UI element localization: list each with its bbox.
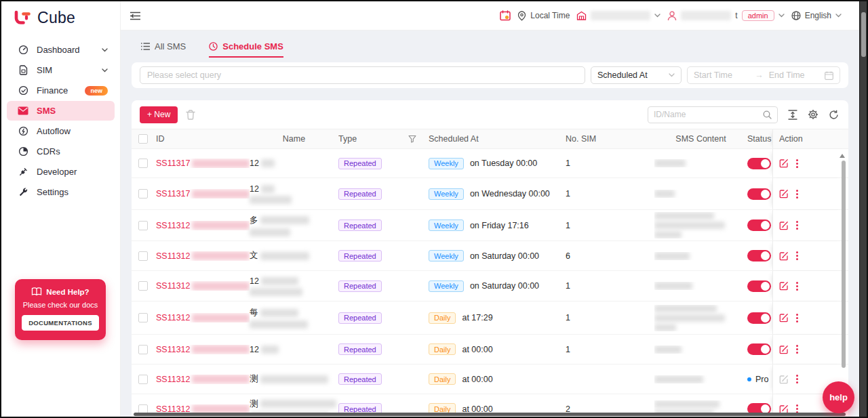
col-header-id[interactable]: ID xyxy=(156,134,250,144)
sidebar-item-settings[interactable]: Settings xyxy=(7,182,115,202)
more-actions-icon[interactable] xyxy=(796,345,798,354)
col-header-sms-content[interactable]: SMS Content xyxy=(654,134,747,144)
sidebar-item-sim[interactable]: SIM xyxy=(7,60,115,80)
table-row: SS11312多RepeatedWeeklyon Friday 17:161 xyxy=(132,210,848,241)
status-toggle-on[interactable] xyxy=(747,220,771,231)
window-scrollbar[interactable] xyxy=(859,1,867,417)
row-checkbox[interactable] xyxy=(138,159,148,168)
schedule-sms-table-card: + New xyxy=(132,100,848,417)
select-all-checkbox[interactable] xyxy=(138,134,148,144)
language-dropdown[interactable]: English xyxy=(791,11,842,20)
sidebar-item-cdrs[interactable]: CDRs xyxy=(7,142,115,161)
status-toggle-on[interactable] xyxy=(747,343,771,355)
edit-icon[interactable] xyxy=(779,281,789,291)
status-toggle-on[interactable] xyxy=(747,280,771,292)
row-id-link[interactable]: SS11312 xyxy=(156,221,191,230)
new-button[interactable]: + New xyxy=(140,106,178,123)
sidebar-item-developer[interactable]: Developer xyxy=(7,162,115,182)
status-toggle-on[interactable] xyxy=(747,188,771,200)
sidebar-collapse-icon[interactable] xyxy=(130,12,140,20)
query-select-input[interactable] xyxy=(140,66,585,84)
more-actions-icon[interactable] xyxy=(796,221,798,230)
more-actions-icon[interactable] xyxy=(796,314,798,322)
calendar-icon xyxy=(825,71,833,80)
row-checkbox[interactable] xyxy=(138,251,148,261)
edit-icon[interactable] xyxy=(779,313,789,322)
id-name-search-input[interactable] xyxy=(654,110,763,119)
schedule-time-text: at 00:00 xyxy=(462,345,492,354)
row-density-icon[interactable] xyxy=(788,110,797,120)
edit-icon[interactable] xyxy=(779,189,789,198)
calendar-check-icon[interactable] xyxy=(500,10,511,21)
sms-content-redacted xyxy=(654,375,747,383)
edit-icon[interactable] xyxy=(779,404,789,414)
more-actions-icon[interactable] xyxy=(796,375,798,383)
status-toggle-on[interactable] xyxy=(747,250,771,262)
row-id-link[interactable]: SS11317 xyxy=(156,159,191,168)
type-badge: Repeated xyxy=(338,373,382,385)
status-toggle-on[interactable] xyxy=(747,312,771,324)
scheduled-at-select[interactable]: Scheduled At xyxy=(591,66,682,84)
refresh-icon[interactable] xyxy=(829,110,839,120)
tab-schedule-sms[interactable]: Schedule SMS xyxy=(209,41,283,58)
column-settings-gear-icon[interactable] xyxy=(808,109,818,120)
id-redacted xyxy=(192,314,250,322)
row-checkbox[interactable] xyxy=(138,345,148,354)
topbar: Local Time t admin xyxy=(121,1,859,30)
location-pin-icon xyxy=(517,11,526,21)
col-header-scheduled-at[interactable]: Scheduled At xyxy=(429,134,566,144)
row-id-link[interactable]: SS11312 xyxy=(156,251,191,261)
row-actions xyxy=(772,241,848,270)
status-toggle-on[interactable] xyxy=(747,158,771,169)
row-id-link[interactable]: SS11312 xyxy=(156,345,191,354)
row-id-link[interactable]: SS11312 xyxy=(156,375,191,384)
local-time-indicator[interactable]: Local Time xyxy=(517,11,570,21)
documentations-button[interactable]: DOCUMENTATIONS xyxy=(22,315,99,331)
edit-icon[interactable] xyxy=(779,345,789,354)
row-checkbox[interactable] xyxy=(138,281,148,291)
row-checkbox[interactable] xyxy=(138,404,148,414)
row-id-link[interactable]: SS11312 xyxy=(156,404,191,414)
col-header-name[interactable]: Name xyxy=(250,134,338,144)
row-name: 12 xyxy=(250,345,259,354)
row-checkbox[interactable] xyxy=(138,375,148,384)
col-header-action[interactable]: Action xyxy=(772,129,848,148)
row-checkbox[interactable] xyxy=(138,221,148,230)
new-badge: new xyxy=(85,86,108,96)
more-actions-icon[interactable] xyxy=(796,251,798,260)
sidebar-item-finance[interactable]: Finance new xyxy=(7,81,115,100)
more-actions-icon[interactable] xyxy=(796,190,798,198)
sidebar-item-sms[interactable]: SMS xyxy=(7,101,115,121)
edit-icon[interactable] xyxy=(779,221,789,230)
sidebar-item-dashboard[interactable]: Dashboard xyxy=(7,40,115,60)
organization-dropdown[interactable] xyxy=(576,11,660,20)
col-header-type[interactable]: Type xyxy=(338,134,429,144)
more-actions-icon[interactable] xyxy=(796,282,798,291)
edit-icon[interactable] xyxy=(779,375,789,384)
table-horizontal-scrollbar[interactable] xyxy=(134,413,846,416)
more-actions-icon[interactable] xyxy=(796,159,798,168)
row-actions xyxy=(772,149,848,177)
tab-all-sms[interactable]: All SMS xyxy=(141,41,186,58)
row-checkbox[interactable] xyxy=(138,313,148,322)
row-id-link[interactable]: SS11312 xyxy=(156,313,191,322)
brand-logo[interactable]: Cube xyxy=(1,1,120,34)
help-fab-button[interactable]: help xyxy=(823,381,854,413)
table-vertical-scrollbar[interactable] xyxy=(842,161,846,368)
delete-icon[interactable] xyxy=(186,110,195,120)
user-dropdown[interactable]: t admin xyxy=(667,10,784,21)
row-id-link[interactable]: SS11317 xyxy=(156,189,191,198)
table-scroll-up-arrow[interactable] xyxy=(840,154,845,158)
row-id-link[interactable]: SS11312 xyxy=(156,281,191,291)
search-icon[interactable] xyxy=(763,110,772,119)
window-scrollbar-thumb[interactable] xyxy=(861,12,866,57)
edit-icon[interactable] xyxy=(779,159,789,168)
sidebar-item-autoflow[interactable]: Autoflow xyxy=(7,121,115,141)
row-checkbox[interactable] xyxy=(138,189,148,198)
row-name: 测 xyxy=(250,398,258,410)
edit-icon[interactable] xyxy=(779,251,789,261)
col-header-no-sim[interactable]: No. SIM xyxy=(566,134,654,144)
status-toggle-on[interactable] xyxy=(747,403,771,413)
date-range-picker[interactable]: Start Time → End Time xyxy=(687,66,840,84)
filter-funnel-icon[interactable] xyxy=(408,135,416,143)
